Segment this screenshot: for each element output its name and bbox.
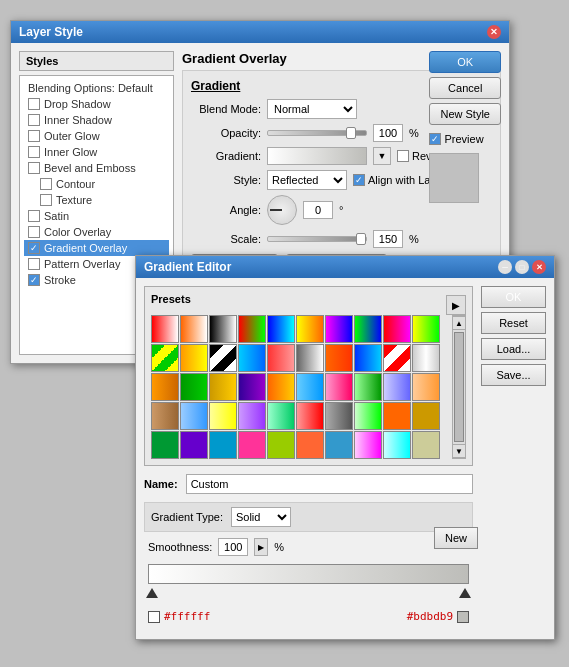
opacity-slider-handle[interactable] (346, 127, 356, 139)
smoothness-input[interactable] (218, 538, 248, 556)
preset-item[interactable] (151, 315, 179, 343)
scale-input[interactable] (373, 230, 403, 248)
preset-item[interactable] (238, 315, 266, 343)
preset-item[interactable] (325, 315, 353, 343)
preset-item[interactable] (209, 373, 237, 401)
preset-item[interactable] (296, 402, 324, 430)
preset-item[interactable] (238, 344, 266, 372)
preset-item[interactable] (325, 402, 353, 430)
opacity-slider[interactable] (267, 130, 367, 136)
preset-item[interactable] (180, 431, 208, 459)
preset-item[interactable] (238, 431, 266, 459)
new-style-button[interactable]: New Style (429, 103, 501, 125)
styles-item-inner-shadow[interactable]: Inner Shadow (24, 112, 169, 128)
ge-save-button[interactable]: Save... (481, 364, 546, 386)
preset-item[interactable] (267, 402, 295, 430)
reverse-checkbox[interactable] (397, 150, 409, 162)
outer-glow-checkbox[interactable] (28, 130, 40, 142)
gradient-type-select[interactable]: Solid Noise (231, 507, 291, 527)
stop-marker-right[interactable] (459, 588, 471, 598)
preset-item[interactable] (296, 315, 324, 343)
gradient-dropdown-button[interactable]: ▼ (373, 147, 391, 165)
preset-item[interactable] (383, 373, 411, 401)
preset-item[interactable] (412, 344, 440, 372)
preset-item[interactable] (296, 431, 324, 459)
preset-item[interactable] (180, 373, 208, 401)
preset-item[interactable] (354, 315, 382, 343)
preset-item[interactable] (238, 373, 266, 401)
preset-item[interactable] (354, 344, 382, 372)
minimize-button[interactable]: ─ (498, 260, 512, 274)
preset-item[interactable] (383, 344, 411, 372)
preset-item[interactable] (267, 431, 295, 459)
preset-item[interactable] (325, 344, 353, 372)
preset-item[interactable] (180, 344, 208, 372)
preset-item[interactable] (354, 373, 382, 401)
ok-button[interactable]: OK (429, 51, 501, 73)
styles-item-bevel-emboss[interactable]: Bevel and Emboss (24, 160, 169, 176)
close-button[interactable]: ✕ (487, 25, 501, 39)
preset-item[interactable] (151, 402, 179, 430)
styles-item-texture[interactable]: Texture (24, 192, 169, 208)
preset-item[interactable] (267, 315, 295, 343)
satin-checkbox[interactable] (28, 210, 40, 222)
preset-item[interactable] (383, 402, 411, 430)
blend-mode-select[interactable]: Normal (267, 99, 357, 119)
preset-item[interactable] (325, 431, 353, 459)
styles-item-blending[interactable]: Blending Options: Default (24, 80, 169, 96)
scroll-thumb[interactable] (454, 332, 464, 442)
styles-item-contour[interactable]: Contour (24, 176, 169, 192)
styles-item-gradient-overlay[interactable]: ✓ Gradient Overlay (24, 240, 169, 256)
gradient-overlay-checkbox[interactable]: ✓ (28, 242, 40, 254)
preset-item[interactable] (209, 315, 237, 343)
style-select[interactable]: Reflected (267, 170, 347, 190)
preset-item[interactable] (412, 373, 440, 401)
preset-item[interactable] (209, 344, 237, 372)
preset-item[interactable] (151, 373, 179, 401)
styles-item-inner-glow[interactable]: Inner Glow (24, 144, 169, 160)
preset-item[interactable] (151, 431, 179, 459)
preset-item[interactable] (296, 344, 324, 372)
smoothness-arrow[interactable]: ▶ (254, 538, 268, 556)
preset-item[interactable] (209, 402, 237, 430)
ge-close-button[interactable]: ✕ (532, 260, 546, 274)
texture-checkbox[interactable] (40, 194, 52, 206)
preset-item[interactable] (325, 373, 353, 401)
preset-item[interactable] (412, 315, 440, 343)
preset-item[interactable] (209, 431, 237, 459)
ge-load-button[interactable]: Load... (481, 338, 546, 360)
preview-checkbox[interactable]: ✓ (429, 133, 441, 145)
preset-item[interactable] (296, 373, 324, 401)
scale-slider[interactable] (267, 236, 367, 242)
preset-item[interactable] (180, 315, 208, 343)
preset-item[interactable] (412, 431, 440, 459)
angle-input[interactable] (303, 201, 333, 219)
styles-item-outer-glow[interactable]: Outer Glow (24, 128, 169, 144)
pattern-overlay-checkbox[interactable] (28, 258, 40, 270)
preset-item[interactable] (267, 344, 295, 372)
scroll-down-arrow[interactable]: ▼ (452, 444, 466, 458)
preset-item[interactable] (238, 402, 266, 430)
contour-checkbox[interactable] (40, 178, 52, 190)
gradient-preview[interactable] (267, 147, 367, 165)
styles-item-satin[interactable]: Satin (24, 208, 169, 224)
ge-ok-button[interactable]: OK (481, 286, 546, 308)
align-layer-checkbox[interactable]: ✓ (353, 174, 365, 186)
styles-item-drop-shadow[interactable]: Drop Shadow (24, 96, 169, 112)
preset-item[interactable] (151, 344, 179, 372)
color-overlay-checkbox[interactable] (28, 226, 40, 238)
styles-item-color-overlay[interactable]: Color Overlay (24, 224, 169, 240)
preset-item[interactable] (354, 402, 382, 430)
inner-shadow-checkbox[interactable] (28, 114, 40, 126)
preset-item[interactable] (383, 315, 411, 343)
preset-item[interactable] (383, 431, 411, 459)
name-input[interactable] (186, 474, 473, 494)
bevel-emboss-checkbox[interactable] (28, 162, 40, 174)
drop-shadow-checkbox[interactable] (28, 98, 40, 110)
presets-menu-button[interactable]: ▶ (446, 295, 466, 315)
stroke-checkbox[interactable]: ✓ (28, 274, 40, 286)
stop-marker-left[interactable] (146, 588, 158, 598)
inner-glow-checkbox[interactable] (28, 146, 40, 158)
maximize-button[interactable]: □ (515, 260, 529, 274)
ge-reset-button[interactable]: Reset (481, 312, 546, 334)
